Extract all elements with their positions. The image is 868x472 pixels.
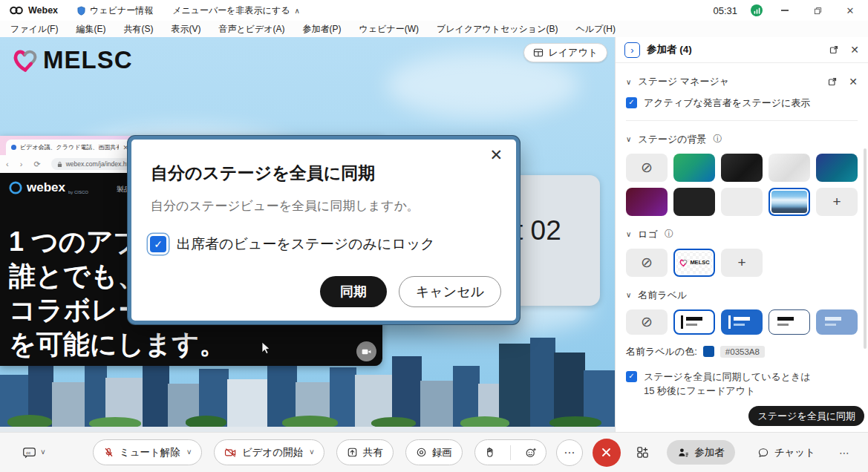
more-panels-button[interactable]: ⋯	[839, 447, 850, 459]
chevron-right-icon: ›	[630, 45, 633, 56]
chevron-down-icon: ∨	[626, 230, 631, 238]
site-brand-text: webex	[27, 180, 65, 195]
closed-captions-control[interactable]: cc ˅	[22, 447, 45, 459]
webex-logo-icon	[9, 5, 24, 16]
logo-header[interactable]: ∨ ロゴ ⓘ	[626, 228, 858, 241]
record-button[interactable]: 録画	[405, 439, 463, 465]
popout-stage-manager-icon[interactable]	[828, 77, 837, 86]
logo-melsc-swatch-selected[interactable]: MELSC	[673, 249, 715, 277]
mouse-cursor	[261, 341, 270, 355]
name-label-color-value: #0353A8	[720, 346, 765, 358]
plus-icon: +	[737, 255, 745, 271]
menu-file[interactable]: ファイル(F)	[10, 23, 58, 36]
background-purple-swatch[interactable]	[626, 188, 668, 216]
menu-webinar[interactable]: ウェビナー(W)	[359, 23, 419, 36]
background-none-swatch[interactable]: ⊘	[626, 154, 668, 182]
share-button[interactable]: 共有	[336, 439, 394, 465]
reactions-button[interactable]	[516, 440, 546, 465]
fade-checkbox-row: ✓ ステージを全員に同期しているときは 15 秒後にフェードアウト	[626, 370, 858, 399]
mic-options-chevron[interactable]: ˅	[187, 448, 192, 456]
menu-view[interactable]: 表示(V)	[171, 23, 200, 36]
more-options-button[interactable]: ⋯	[556, 439, 583, 466]
panel-header: › 参加者 (4) ✕	[616, 37, 868, 63]
background-black-swatch[interactable]	[673, 188, 715, 216]
svg-text:cc: cc	[26, 450, 30, 454]
menu-share[interactable]: 共有(S)	[123, 23, 153, 36]
unmute-button[interactable]: ミュート解除 ˅	[93, 439, 202, 465]
none-icon: ⊘	[641, 159, 653, 176]
close-window-button[interactable]: ✕	[840, 3, 861, 18]
unmute-label: ミュート解除	[120, 446, 180, 459]
fade-label-line2: 15 秒後にフェードアウト	[644, 384, 811, 399]
stage-background-header[interactable]: ∨ ステージの背景 ⓘ	[626, 133, 858, 146]
menu-participants[interactable]: 参加者(P)	[303, 23, 342, 36]
stage-manager-header[interactable]: ∨ ステージ マネージャ ✕	[626, 75, 858, 88]
leave-webinar-button[interactable]	[593, 439, 621, 467]
background-navy-teal-swatch[interactable]	[816, 154, 858, 182]
sync-button[interactable]: 同期	[320, 276, 387, 307]
layout-button[interactable]: レイアウト	[523, 43, 607, 62]
close-panel-button[interactable]: ✕	[850, 44, 859, 56]
name-label-style2[interactable]	[721, 309, 763, 335]
background-light-swatch[interactable]	[769, 154, 810, 182]
control-bar: cc ˅ ミュート解除 ˅ ビデオの開始 ˅	[0, 432, 868, 472]
restore-button[interactable]	[807, 3, 828, 18]
active-speaker-checkbox[interactable]: ✓	[626, 97, 637, 108]
cc-chevron-icon[interactable]: ˅	[41, 448, 45, 456]
lock-view-checkbox-row: ✓ 出席者のビューをステージのみにロック	[150, 235, 435, 254]
lock-view-checkbox[interactable]: ✓	[150, 236, 166, 252]
logo-none-swatch[interactable]: ⊘	[626, 249, 668, 277]
webex-window: Webex ウェビナー情報 メニューバーを非表示にする ∧ 05:31 ✕ ファ…	[0, 0, 868, 472]
background-dark-swatch[interactable]	[721, 154, 763, 182]
melsc-heart-icon	[679, 258, 688, 267]
share-icon	[347, 447, 358, 458]
name-label-style4[interactable]	[816, 309, 858, 335]
more-icon: ⋯	[564, 446, 575, 459]
toolbar-right: 参加者 チャット ⋯	[636, 440, 850, 465]
share-label: 共有	[363, 446, 383, 459]
start-video-button[interactable]: ビデオの開始 ˅	[214, 439, 324, 465]
name-label-color-row: 名前ラベルの色: #0353A8	[626, 345, 858, 358]
menu-breakout[interactable]: ブレイクアウトセッション(B)	[437, 23, 558, 36]
dialog-buttons: 同期 キャンセル	[320, 276, 501, 307]
name-label-none-swatch[interactable]: ⊘	[626, 309, 668, 335]
dialog-close-button[interactable]: ✕	[489, 147, 503, 163]
video-options-chevron[interactable]: ˅	[310, 448, 314, 456]
background-add-button[interactable]: +	[816, 188, 858, 216]
raise-hand-button[interactable]	[475, 440, 505, 465]
logo-add-button[interactable]: +	[721, 249, 763, 277]
sync-stage-to-all-button[interactable]: ステージを全員に同期	[748, 406, 864, 426]
stage-background-title: ステージの背景	[638, 133, 706, 146]
browser-tab: ビデオ会議、クラウド電話、画面共有 ✕	[6, 140, 134, 155]
name-label-style3[interactable]	[769, 309, 810, 335]
name-label-header[interactable]: ∨ 名前ラベル	[626, 289, 858, 302]
popout-panel-icon[interactable]	[829, 45, 838, 54]
menu-help[interactable]: ヘルプ(H)	[575, 23, 616, 36]
stage-background-swatches: ⊘ +	[626, 154, 858, 216]
record-label: 録画	[432, 446, 452, 459]
fade-checkbox[interactable]: ✓	[626, 371, 637, 382]
background-cityscape-swatch-selected[interactable]	[769, 188, 810, 216]
name-label-style1-selected[interactable]	[673, 309, 715, 335]
name-label-color-chip[interactable]	[703, 346, 714, 357]
collapse-panel-button[interactable]: ›	[624, 42, 640, 58]
panel-scrollbar[interactable]	[864, 148, 867, 349]
cancel-button[interactable]: キャンセル	[399, 276, 501, 307]
app-name: Webex	[28, 5, 58, 16]
check-icon: ✓	[628, 97, 634, 108]
camera-off-badge	[356, 341, 376, 361]
logo-swatch-label: MELSC	[690, 259, 709, 266]
background-gray-swatch[interactable]	[721, 188, 763, 216]
webex-site-logo: webex by CISCO	[9, 180, 88, 195]
minimize-button[interactable]	[774, 3, 795, 18]
name-label-color-label: 名前ラベルの色:	[626, 345, 697, 358]
chat-toggle-button[interactable]: チャット	[757, 446, 815, 459]
menu-audio-video[interactable]: 音声とビデオ(A)	[218, 23, 284, 36]
close-stage-manager-button[interactable]: ✕	[849, 76, 858, 88]
hide-menubar-button[interactable]: メニューバーを非表示にする ∧	[172, 4, 300, 17]
webinar-info-button[interactable]: ウェビナー情報	[77, 4, 153, 17]
participants-toggle-button[interactable]: 参加者	[667, 440, 735, 465]
background-green-gradient-swatch[interactable]	[673, 154, 715, 182]
apps-icon[interactable]	[636, 446, 649, 459]
menu-edit[interactable]: 編集(E)	[76, 23, 105, 36]
